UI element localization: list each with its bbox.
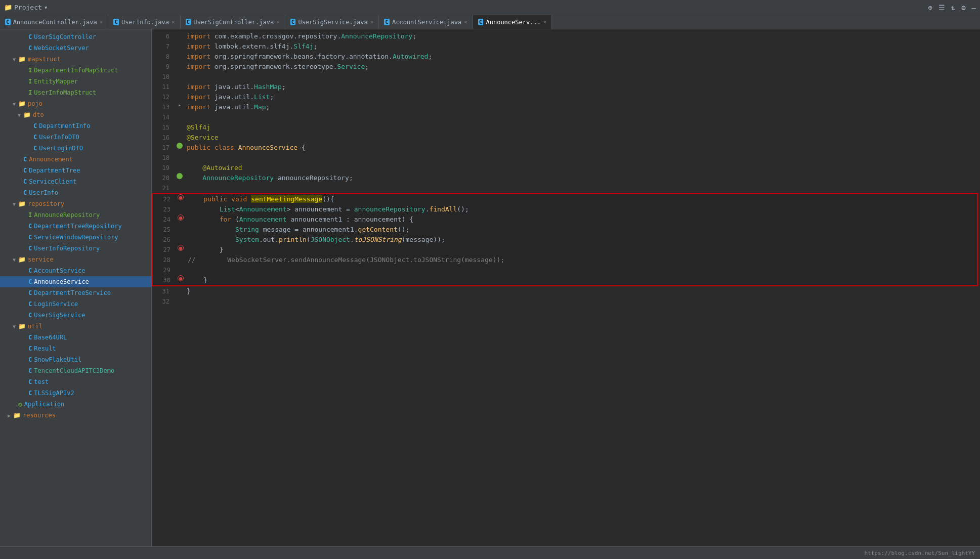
sidebar-item-announce-service[interactable]: C AnnounceService <box>0 276 151 287</box>
minimize-icon[interactable]: — <box>972 4 976 12</box>
class-icon: C <box>33 145 37 152</box>
code-line-11: 11 import java.util.HashMap; <box>152 82 980 92</box>
sidebar-item-snowflake[interactable]: C SnowFlakeUtil <box>0 354 151 365</box>
sidebar-item-userinfo-mapstruct[interactable]: I UserInfoMapStruct <box>0 87 151 98</box>
arrow-icon: ▼ <box>10 201 18 207</box>
sidebar-item-resources[interactable]: ▶ 📁 resources <box>0 410 151 421</box>
sidebar-item-service-client[interactable]: C ServiceClient <box>0 176 151 187</box>
item-label: pojo <box>28 100 42 107</box>
item-label: test <box>34 378 49 385</box>
sidebar-item-userinfo[interactable]: C UserInfo <box>0 187 151 198</box>
sidebar-item-dept-tree-service[interactable]: C DepartmentTreeService <box>0 287 151 298</box>
sidebar-item-websocket[interactable]: C WebSocketServer <box>0 42 151 54</box>
sidebar-item-application[interactable]: ⚙ Application <box>0 399 151 410</box>
item-label: service <box>28 256 54 263</box>
code-line-13: 13 ▸ import java.util.Map; <box>152 102 980 112</box>
item-label: UserSigController <box>34 33 96 40</box>
class-icon: C <box>28 312 32 319</box>
sidebar-item-userinfo-repo[interactable]: C UserInfoRepository <box>0 243 151 254</box>
class-icon: C <box>33 134 37 141</box>
sidebar-item-base64url[interactable]: C Base64URL <box>0 332 151 343</box>
sidebar-item-dto[interactable]: ▼ 📁 dto <box>0 109 151 120</box>
tab-announce-service[interactable]: C AnnounceServ... × <box>473 15 552 29</box>
breakpoint-icon[interactable]: ● <box>178 194 184 200</box>
sidebar-item-repository[interactable]: ▼ 📁 repository <box>0 198 151 209</box>
code-line-32: 32 <box>152 296 980 307</box>
item-label: resources <box>23 412 56 419</box>
item-label: WebSocketServer <box>34 45 89 52</box>
sidebar-item-mapstruct[interactable]: ▼ 📁 mapstruct <box>0 54 151 65</box>
dropdown-icon[interactable]: ▾ <box>44 4 48 11</box>
structure-icon[interactable]: ☰ <box>939 4 945 12</box>
sort-icon[interactable]: ⇅ <box>951 4 955 12</box>
tab-user-info[interactable]: C UserInfo.java × <box>108 15 180 29</box>
settings-icon[interactable]: ⚙ <box>961 4 965 12</box>
item-label: TLSSigAPIv2 <box>34 390 74 397</box>
breakpoint-icon[interactable]: ● <box>178 275 184 281</box>
sidebar-item-svcwindow-repo[interactable]: C ServiceWindowRepository <box>0 232 151 243</box>
sidebar-item-usersig-service[interactable]: C UserSigService <box>0 310 151 321</box>
sidebar-item-result[interactable]: C Result <box>0 343 151 354</box>
run-icon-2[interactable] <box>177 173 183 179</box>
sidebar-item-userinfo-dto[interactable]: C UserInfoDTO <box>0 132 151 143</box>
class-icon: C <box>28 33 32 40</box>
sidebar-item-pojo[interactable]: ▼ 📁 pojo <box>0 98 151 109</box>
sidebar-item-announcement[interactable]: C Announcement <box>0 154 151 165</box>
tab-close-icon[interactable]: × <box>370 19 374 25</box>
sidebar-item-dept-tree-repo[interactable]: C DepartmentTreeRepository <box>0 221 151 232</box>
run-icon[interactable] <box>177 143 183 149</box>
fold-icon[interactable]: ▸ <box>178 102 181 108</box>
interface-icon: I <box>28 89 32 96</box>
code-line-24: 24 ● for (Announcement announcement1 : a… <box>153 214 977 225</box>
class-icon: C <box>33 122 37 130</box>
code-line-21: 21 <box>152 183 980 193</box>
arrow-icon: ▼ <box>15 112 23 118</box>
sidebar-item-dept-tree[interactable]: C DepartmentTree <box>0 165 151 176</box>
breakpoint-icon[interactable]: ● <box>178 245 184 251</box>
tab-close-icon[interactable]: × <box>464 19 467 25</box>
sidebar-item-announce-repo[interactable]: I AnnounceRepository <box>0 209 151 221</box>
code-line-31: 31 } <box>152 286 980 296</box>
arrow-icon: ▼ <box>10 57 18 62</box>
sidebar-item-userlogin-dto[interactable]: C UserLoginDTO <box>0 143 151 154</box>
breakpoint-icon[interactable]: ● <box>178 214 184 221</box>
sidebar-item-test[interactable]: C test <box>0 376 151 388</box>
globe-icon[interactable]: ⊕ <box>928 4 932 12</box>
sidebar-item-tencent[interactable]: C TencentCloudAPITC3Demo <box>0 365 151 376</box>
tab-usersig-controller[interactable]: C UserSigController.java × <box>181 15 285 29</box>
class-icon: C <box>28 334 32 341</box>
tab-announce-controller[interactable]: C AnnounceController.java × <box>0 15 108 29</box>
code-editor[interactable]: 6 import com.example.crossgov.repository… <box>152 29 980 546</box>
status-url: https://blog.csdn.net/Sun_lightYY <box>864 550 975 556</box>
tab-account-service[interactable]: C AccountService.java × <box>379 15 473 29</box>
interface-icon: I <box>28 67 32 74</box>
sidebar-item-usersig-controller[interactable]: C UserSigController <box>0 31 151 42</box>
sidebar-item-account-service[interactable]: C AccountService <box>0 265 151 276</box>
code-line-18: 18 <box>152 153 980 163</box>
class-icon: C <box>23 167 27 174</box>
sidebar-item-util[interactable]: ▼ 📁 util <box>0 321 151 332</box>
class-icon: C <box>23 178 27 185</box>
tab-close-icon[interactable]: × <box>100 19 103 25</box>
arrow-icon: ▶ <box>5 413 13 418</box>
interface-icon: I <box>28 211 32 219</box>
folder-icon: 📁 <box>18 256 26 263</box>
item-label: util <box>28 323 42 330</box>
sidebar-item-login-service[interactable]: C LoginService <box>0 298 151 310</box>
tab-close-icon[interactable]: × <box>172 19 175 25</box>
item-label: SnowFlakeUtil <box>34 356 81 363</box>
sidebar-item-service-folder[interactable]: ▼ 📁 service <box>0 254 151 265</box>
toolbar-icons: ⊕ ☰ ⇅ ⚙ — <box>928 4 976 12</box>
tab-usersig-service[interactable]: C UserSigService.java × <box>285 15 379 29</box>
tab-close-icon[interactable]: × <box>276 19 280 25</box>
code-line-22: 22 ● public void sentMeetingMessage(){ <box>153 194 977 204</box>
sidebar-item-entity-mapper[interactable]: I EntityMapper <box>0 76 151 87</box>
sidebar-item-tlssig[interactable]: C TLSSigAPIv2 <box>0 388 151 399</box>
class-icon: C <box>28 245 32 252</box>
sidebar-item-dept-info-mapstruct[interactable]: I DepartmentInfoMapStruct <box>0 65 151 76</box>
class-icon: C <box>28 356 32 363</box>
sidebar-item-dept-info[interactable]: C DepartmentInfo <box>0 120 151 132</box>
tab-close-icon[interactable]: × <box>543 19 547 25</box>
arrow-icon: ▼ <box>10 257 18 263</box>
project-label[interactable]: 📁 Project ▾ <box>4 4 48 11</box>
